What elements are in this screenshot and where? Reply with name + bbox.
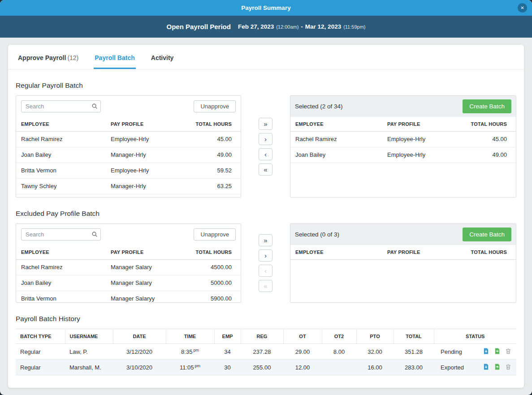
pay-profile: Manager Salary xyxy=(106,259,182,275)
employee-row[interactable]: Rachel Ramirez Manager Salary 4500.00 xyxy=(16,259,241,275)
total-hours: 4500.00 xyxy=(182,259,241,275)
column-header-pay-profile: PAY PROFILE xyxy=(382,245,458,259)
selected-count-label: Selected (0 of 3) xyxy=(295,231,339,238)
column-header-emp: EMP xyxy=(214,329,241,344)
employee-row[interactable]: Britta Vermon Employee-Hrly 59.52 xyxy=(16,163,241,178)
total-hours: 63.25 xyxy=(182,178,241,194)
total-hours: 45.00 xyxy=(182,131,241,147)
column-header-total-hours: TOTAL HOURS xyxy=(458,117,516,131)
date: 3/10/2020 xyxy=(113,360,166,375)
file-export-button[interactable] xyxy=(493,364,501,371)
unapprove-button[interactable]: Unapprove xyxy=(194,100,236,112)
column-header-time: TIME xyxy=(166,329,214,344)
column-header-total: TOTAL xyxy=(394,329,434,344)
pay-profile: Manager Salary xyxy=(106,275,182,291)
reg-hours: 237.28 xyxy=(241,344,283,360)
tab-payroll-batch[interactable]: Payroll Batch xyxy=(94,45,135,69)
period-separator: - xyxy=(301,23,303,30)
excluded-selected-panel: Selected (0 of 3) Create Batch EMPLOYEE … xyxy=(290,223,516,303)
pay-profile: Employee-Hrly xyxy=(106,131,182,147)
column-header-employee: EMPLOYEE xyxy=(16,117,106,131)
date: 3/12/2020 xyxy=(113,344,166,360)
excluded-pay-profile-batch-section: Excluded Pay Profile Batch Unapprove xyxy=(8,210,524,303)
move-right-button[interactable]: › xyxy=(259,249,272,262)
pay-profile: Manager-Hrly xyxy=(106,147,182,163)
history-table: BATCH TYPE USERNAME DATE TIME EMP REG OT… xyxy=(16,329,516,375)
column-header-pay-profile: PAY PROFILE xyxy=(382,117,458,131)
delete-button[interactable] xyxy=(505,348,512,355)
file-download-button[interactable] xyxy=(482,364,489,371)
tab-label: Approve Payroll xyxy=(18,54,66,61)
create-batch-button[interactable]: Create Batch xyxy=(463,228,511,241)
file-export-icon xyxy=(494,363,501,372)
ot2-hours: 8.00 xyxy=(322,344,356,360)
column-header-pto: PTO xyxy=(356,329,394,344)
pto-hours: 16.00 xyxy=(356,360,394,375)
move-right-button[interactable]: › xyxy=(259,133,272,145)
tab-label: Activity xyxy=(151,54,174,61)
create-batch-button[interactable]: Create Batch xyxy=(463,99,511,113)
total-hours: 5900.00 xyxy=(182,291,241,303)
reg-hours: 255.00 xyxy=(241,360,283,375)
file-download-icon xyxy=(483,348,489,356)
move-all-left-button[interactable]: « xyxy=(259,163,272,176)
tab-approve-payroll[interactable]: Approve Payroll(12) xyxy=(17,45,79,69)
employee-name: Tawny Schley xyxy=(16,178,106,194)
column-header-username: USERNAME xyxy=(65,329,113,344)
payroll-batch-history-section: Payroll Batch History BATCH TYPE USERNAM… xyxy=(8,315,524,375)
move-all-right-button[interactable]: » xyxy=(259,118,272,130)
column-header-date: DATE xyxy=(113,329,166,344)
file-download-button[interactable] xyxy=(482,348,489,355)
column-header-ot2: OT2 xyxy=(322,329,356,344)
employee-row[interactable]: Britta Vermon Manager Salaryy 5900.00 xyxy=(16,291,241,303)
file-download-icon xyxy=(483,363,489,372)
total-hours: 59.52 xyxy=(182,163,241,178)
delete-button[interactable] xyxy=(505,364,512,371)
total-hours: 351.28 xyxy=(394,344,434,360)
employee-row[interactable]: Joan Bailey Manager-Hrly 49.00 xyxy=(16,147,241,163)
tab-activity[interactable]: Activity xyxy=(150,45,175,69)
section-title: Payroll Batch History xyxy=(16,315,516,323)
ot2-hours xyxy=(322,360,356,375)
transfer-controls: » › ‹ « xyxy=(241,95,290,198)
unapprove-button[interactable]: Unapprove xyxy=(194,228,236,240)
employee-row[interactable]: Joan Bailey Manager Salary 5000.00 xyxy=(16,275,241,291)
column-header-pay-profile: PAY PROFILE xyxy=(106,117,182,131)
emp-count: 34 xyxy=(214,344,241,360)
total-hours: 5000.00 xyxy=(182,275,241,291)
employee-name: Rachel Ramirez xyxy=(16,259,106,275)
regular-payroll-batch-section: Regular Payroll Batch Unapprove xyxy=(8,82,524,198)
batch-type: Regular xyxy=(16,344,65,360)
employee-name: Britta Vermon xyxy=(16,291,106,303)
employee-row[interactable]: Rachel Ramirez Employee-Hrly 45.00 xyxy=(290,131,516,147)
employee-name: Rachel Ramirez xyxy=(16,131,106,147)
employee-row[interactable]: Tawny Schley Manager-Hrly 63.25 xyxy=(16,178,241,194)
tab-bar: Approve Payroll(12) Payroll Batch Activi… xyxy=(8,45,524,69)
employee-row[interactable]: Joan Bailey Employee-Hrly 49.00 xyxy=(290,147,516,163)
total-hours: 49.00 xyxy=(458,147,516,163)
move-all-right-button[interactable]: » xyxy=(259,234,272,246)
close-icon: ✕ xyxy=(520,5,524,10)
search-input[interactable] xyxy=(21,100,101,112)
employee-name: Joan Bailey xyxy=(16,147,106,163)
section-title: Excluded Pay Profile Batch xyxy=(16,210,516,218)
column-header-status: STATUS xyxy=(434,329,516,344)
period-bar: Open Payroll Period Feb 27, 2023 (12:00a… xyxy=(0,16,532,38)
section-title: Regular Payroll Batch xyxy=(16,82,516,90)
search-input[interactable] xyxy=(21,228,101,240)
transfer-controls: » › ‹ « xyxy=(241,223,290,303)
move-all-left-button: « xyxy=(259,280,272,292)
close-button[interactable]: ✕ xyxy=(518,3,527,13)
move-left-button[interactable]: ‹ xyxy=(259,148,272,160)
selected-count-label: Selected (2 of 34) xyxy=(295,103,343,110)
column-header-total-hours: TOTAL HOURS xyxy=(458,245,516,259)
page-content: Approve Payroll(12) Payroll Batch Activi… xyxy=(0,38,532,395)
column-header-total-hours: TOTAL HOURS xyxy=(182,117,241,131)
period-label: Open Payroll Period xyxy=(167,23,231,30)
total-hours: 283.00 xyxy=(394,360,434,375)
emp-count: 30 xyxy=(214,360,241,375)
period-dates: Feb 27, 2023 (12:00am) - Mar 12, 2023 (1… xyxy=(238,23,366,30)
employee-row[interactable]: Rachel Ramirez Employee-Hrly 45.00 xyxy=(16,131,241,147)
batch-type: Regular xyxy=(16,360,65,375)
file-export-button[interactable] xyxy=(493,348,501,355)
